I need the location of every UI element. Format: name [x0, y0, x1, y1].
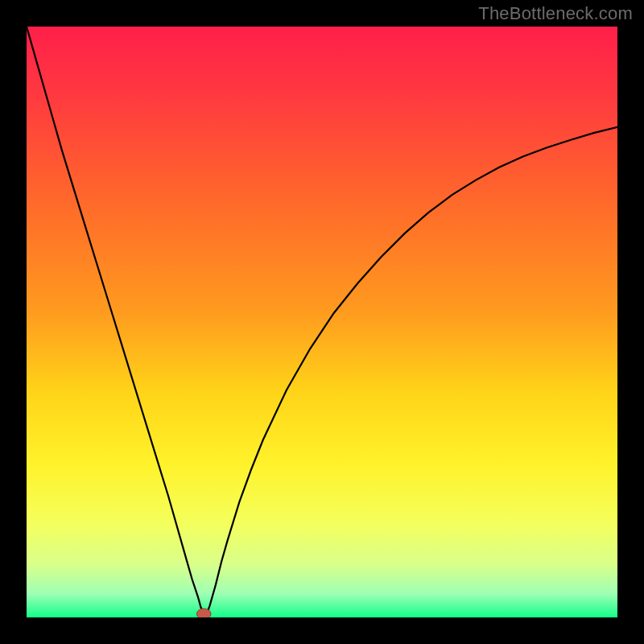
bottleneck-chart — [27, 27, 617, 617]
optimum-marker — [196, 609, 211, 617]
outer-frame: TheBottleneck.com — [0, 0, 644, 644]
plot-area — [27, 27, 617, 617]
attribution-label: TheBottleneck.com — [478, 3, 633, 24]
